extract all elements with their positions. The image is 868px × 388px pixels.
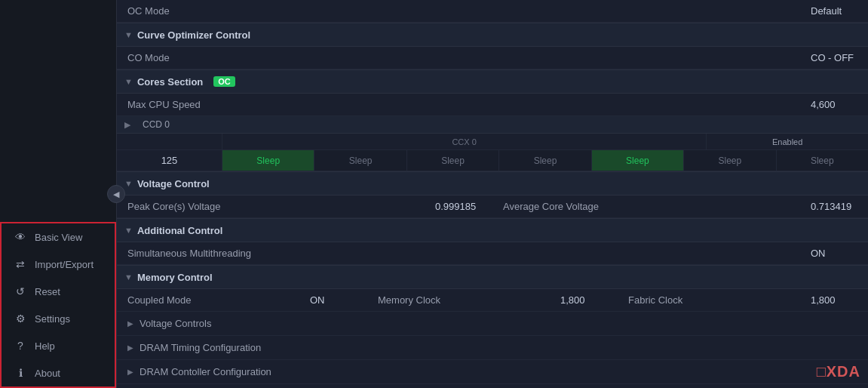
voltage-control-header[interactable]: ▼ Voltage Control xyxy=(117,171,868,196)
additional-control-title: Additional Control xyxy=(137,225,222,236)
curve-optimizer-title: Curve Optimizer Control xyxy=(137,29,250,41)
memory-chevron: ▼ xyxy=(124,273,133,282)
xda-logo: □XDA xyxy=(817,363,860,380)
expand-dram-controller[interactable]: ▶ DRAM Contoller Configuration xyxy=(117,360,868,384)
expand-dram-controller-label: DRAM Contoller Configuration xyxy=(140,366,271,377)
max-cpu-speed-row: Max CPU Speed 4,600 xyxy=(117,94,868,116)
additional-control-header[interactable]: ▼ Additional Control xyxy=(117,218,868,242)
gear-icon: ⚙ xyxy=(14,312,27,325)
oc-mode-value: Default xyxy=(800,2,868,20)
sidebar: ◀ 👁 Basic View ⇄ Import/Export ↺ Reset ⚙… xyxy=(0,0,117,388)
cores-section-title: Cores Section xyxy=(137,76,203,88)
voltage-control-title: Voltage Control xyxy=(137,178,210,189)
sidebar-collapse-button[interactable]: ◀ xyxy=(107,185,125,203)
curve-optimizer-chevron: ▼ xyxy=(124,30,133,39)
co-mode-label: CO Mode xyxy=(117,48,800,67)
memory-clock-label: Memory Clock xyxy=(367,291,550,309)
additional-chevron: ▼ xyxy=(124,226,133,235)
ccd-arrow: ▶ xyxy=(124,120,130,130)
help-icon: ? xyxy=(14,339,27,353)
core-cell-3: Sleep xyxy=(407,150,499,171)
coupled-value: ON xyxy=(299,291,367,309)
max-cpu-speed-value: 4,600 xyxy=(800,95,868,114)
memory-coupled-row: Coupled Mode ON Memory Clock 1,800 Fabri… xyxy=(117,289,868,312)
co-mode-value: CO - OFF xyxy=(800,48,868,67)
avg-voltage-label: Average Core Voltage xyxy=(492,197,800,216)
reset-icon: ↺ xyxy=(14,285,27,298)
expand-voltage-controls[interactable]: ▶ Voltage Controls xyxy=(117,312,868,336)
sidebar-item-settings[interactable]: ⚙ Settings xyxy=(2,305,115,332)
sidebar-help-label: Help xyxy=(35,340,55,352)
expand-arrow-voltage: ▶ xyxy=(127,319,133,328)
memory-control-header[interactable]: ▼ Memory Control xyxy=(117,265,868,289)
voltage-chevron: ▼ xyxy=(124,179,133,188)
core-cell-1: Sleep xyxy=(222,150,314,171)
sidebar-item-about[interactable]: ℹ About xyxy=(2,359,115,386)
main-content: OC Mode Default ▼ Curve Optimizer Contro… xyxy=(117,0,868,388)
oc-mode-label: OC Mode xyxy=(117,2,800,20)
memory-clock-value: 1,800 xyxy=(550,291,618,309)
fabric-clock-value: 1,800 xyxy=(800,291,868,309)
expand-data-bus[interactable]: ▶ Data Bus Configuration User Controls xyxy=(117,384,868,388)
core-cells-row: 125 Sleep Sleep Sleep Sleep Sleep Sleep … xyxy=(117,150,868,171)
sidebar-item-basic-view[interactable]: 👁 Basic View xyxy=(2,223,115,251)
sidebar-item-reset[interactable]: ↺ Reset xyxy=(2,278,115,305)
avg-voltage-value: 0.713419 xyxy=(800,197,868,216)
ccd-label: CCD 0 xyxy=(143,119,170,130)
sidebar-reset-label: Reset xyxy=(35,286,60,297)
core-cell-5: Sleep xyxy=(592,150,684,171)
peak-voltage-value: 0.999185 xyxy=(425,197,492,216)
expand-voltage-controls-label: Voltage Controls xyxy=(140,318,211,329)
import-export-icon: ⇄ xyxy=(14,257,27,271)
voltage-row: Peak Core(s) Voltage 0.999185 Average Co… xyxy=(117,196,868,218)
curve-optimizer-header[interactable]: ▼ Curve Optimizer Control xyxy=(117,23,868,47)
fabric-clock-label: Fabric Clock xyxy=(618,291,800,309)
sidebar-navigation: 👁 Basic View ⇄ Import/Export ↺ Reset ⚙ S… xyxy=(0,222,116,388)
expand-dram-timing-label: DRAM Timing Configuration xyxy=(140,342,261,353)
core-cell-7: Sleep xyxy=(777,150,868,171)
ccx-enabled: Enabled xyxy=(707,134,868,149)
sidebar-about-label: About xyxy=(35,368,60,379)
memory-control-title: Memory Control xyxy=(137,272,213,283)
smt-label: Simultaneous Multithreading xyxy=(117,244,800,263)
expand-arrow-dram-timing: ▶ xyxy=(127,343,133,352)
sidebar-item-help[interactable]: ? Help xyxy=(2,332,115,359)
eye-icon: 👁 xyxy=(14,230,27,244)
ccd-bar: ▶ CCD 0 xyxy=(117,116,868,134)
core-cell-6: Sleep xyxy=(684,150,776,171)
coupled-label: Coupled Mode xyxy=(117,291,299,309)
ccx-row: CCX 0 Enabled xyxy=(117,134,868,150)
expand-dram-timing[interactable]: ▶ DRAM Timing Configuration xyxy=(117,336,868,360)
core-cell-4: Sleep xyxy=(499,150,591,171)
info-icon: ℹ xyxy=(14,366,27,380)
oc-mode-row: OC Mode Default xyxy=(117,0,868,23)
sidebar-settings-label: Settings xyxy=(35,313,70,325)
smt-row: Simultaneous Multithreading ON xyxy=(117,242,868,265)
cores-section-header[interactable]: ▼ Cores Section OC xyxy=(117,69,868,94)
ccx-spacer xyxy=(117,134,222,149)
co-mode-row: CO Mode CO - OFF xyxy=(117,47,868,69)
core-cell-0: 125 xyxy=(117,150,222,171)
peak-voltage-label: Peak Core(s) Voltage xyxy=(117,197,425,216)
cores-chevron: ▼ xyxy=(124,77,133,86)
sidebar-import-export-label: Import/Export xyxy=(35,259,94,270)
oc-badge: OC xyxy=(213,76,235,87)
core-cell-2: Sleep xyxy=(314,150,406,171)
sidebar-basic-view-label: Basic View xyxy=(35,232,82,243)
max-cpu-speed-label: Max CPU Speed xyxy=(117,95,800,114)
ccx-label: CCX 0 xyxy=(222,134,707,149)
smt-value: ON xyxy=(800,244,868,263)
expand-arrow-dram-controller: ▶ xyxy=(127,368,133,376)
sidebar-item-import-export[interactable]: ⇄ Import/Export xyxy=(2,251,115,278)
